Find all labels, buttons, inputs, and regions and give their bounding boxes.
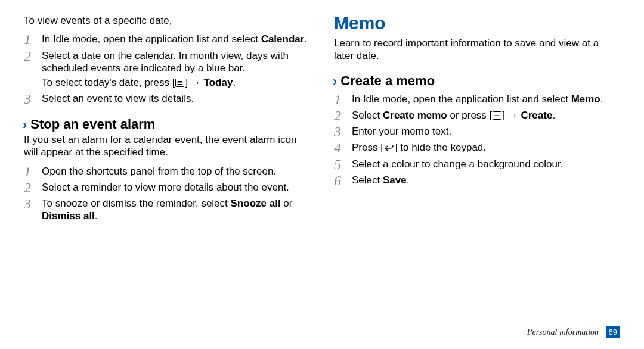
step-body: In Idle mode, open the application list … xyxy=(42,33,310,45)
step-number: 6 xyxy=(334,172,348,189)
memo-section-desc: Learn to record important information to… xyxy=(334,37,620,63)
step-number: 2 xyxy=(334,107,348,124)
step-text: Select Create memo or press [] → Create. xyxy=(352,109,620,121)
step-text: Select a reminder to view more details a… xyxy=(42,181,310,194)
right-column: Memo Learn to record important informati… xyxy=(322,12,620,334)
step: 1 Open the shortcuts panel from the top … xyxy=(24,165,310,177)
step: 3 To snooze or dismiss the reminder, sel… xyxy=(24,197,310,223)
step: 2 Select Create memo or press [] → Creat… xyxy=(334,109,620,121)
step-text: To select today's date, press [] → Today… xyxy=(42,76,310,89)
step-text: Select a colour to change a background c… xyxy=(352,158,620,170)
back-key-icon xyxy=(384,144,394,152)
step-body: Select a reminder to view more details a… xyxy=(42,181,310,194)
view-events-steps: 1 In Idle mode, open the application lis… xyxy=(24,33,310,105)
manual-page: To view events of a specific date, 1 In … xyxy=(0,0,644,349)
step-body: Enter your memo text. xyxy=(352,125,620,138)
menu-key-icon xyxy=(493,111,501,120)
step-body: Select a date on the calendar. In month … xyxy=(42,49,310,89)
step-body: Select an event to view its details. xyxy=(42,92,310,105)
step-text: Select Save. xyxy=(352,174,620,186)
heading-text: Stop an event alarm xyxy=(30,117,155,132)
page-number: 69 xyxy=(606,326,620,338)
stop-alarm-steps: 1 Open the shortcuts panel from the top … xyxy=(24,165,310,223)
step-body: Open the shortcuts panel from the top of… xyxy=(42,165,310,177)
step-number: 1 xyxy=(334,91,348,108)
step-number: 1 xyxy=(24,30,38,48)
step: 1 In Idle mode, open the application lis… xyxy=(334,93,620,105)
step-body: Select Save. xyxy=(352,174,620,186)
step-text: To snooze or dismiss the reminder, selec… xyxy=(42,197,310,223)
step-body: To snooze or dismiss the reminder, selec… xyxy=(42,197,310,223)
menu-key-icon xyxy=(175,79,184,87)
step-text: In Idle mode, open the application list … xyxy=(352,93,620,105)
stop-alarm-desc: If you set an alarm for a calendar event… xyxy=(24,133,310,159)
step-number: 4 xyxy=(334,139,348,157)
step-text: Enter your memo text. xyxy=(352,125,620,138)
step-number: 5 xyxy=(334,155,348,173)
step-number: 3 xyxy=(334,123,348,141)
step-number: 2 xyxy=(24,179,38,197)
heading-text: Create a memo xyxy=(340,73,435,88)
left-column: To view events of a specific date, 1 In … xyxy=(24,12,322,334)
chevron-right-icon: › xyxy=(333,73,337,90)
chevron-right-icon: › xyxy=(23,117,27,133)
step-body: Select a colour to change a background c… xyxy=(352,158,620,170)
step: 6 Select Save. xyxy=(334,174,620,186)
step-text: Select a date on the calendar. In month … xyxy=(42,49,310,75)
step: 2 Select a date on the calendar. In mont… xyxy=(24,49,310,89)
step-text: Open the shortcuts panel from the top of… xyxy=(42,165,310,177)
step-number: 3 xyxy=(24,195,38,213)
step-body: Press [] to hide the keypad. xyxy=(352,141,620,154)
step-text: In Idle mode, open the application list … xyxy=(42,33,310,45)
step-text: Select an event to view its details. xyxy=(42,92,310,105)
step: 5 Select a colour to change a background… xyxy=(334,158,620,170)
step-body: In Idle mode, open the application list … xyxy=(352,93,620,105)
step: 4 Press [] to hide the keypad. xyxy=(334,141,620,154)
stop-alarm-heading: ›Stop an event alarm xyxy=(23,116,310,133)
step-body: Select Create memo or press [] → Create. xyxy=(352,109,620,121)
page-footer: Personal information 69 xyxy=(527,326,620,338)
step-number: 1 xyxy=(24,163,38,180)
create-memo-heading: ›Create a memo xyxy=(333,73,620,89)
memo-section-title: Memo xyxy=(334,12,620,35)
step: 2 Select a reminder to view more details… xyxy=(24,181,310,194)
footer-section-name: Personal information xyxy=(527,328,599,336)
step-text: Press [] to hide the keypad. xyxy=(352,141,620,154)
step: 3 Select an event to view its details. xyxy=(24,92,310,105)
create-memo-steps: 1 In Idle mode, open the application lis… xyxy=(334,93,620,187)
step: 1 In Idle mode, open the application lis… xyxy=(24,33,310,45)
step-number: 2 xyxy=(24,47,38,65)
view-events-intro: To view events of a specific date, xyxy=(24,14,310,27)
step: 3 Enter your memo text. xyxy=(334,125,620,138)
step-number: 3 xyxy=(24,90,38,108)
